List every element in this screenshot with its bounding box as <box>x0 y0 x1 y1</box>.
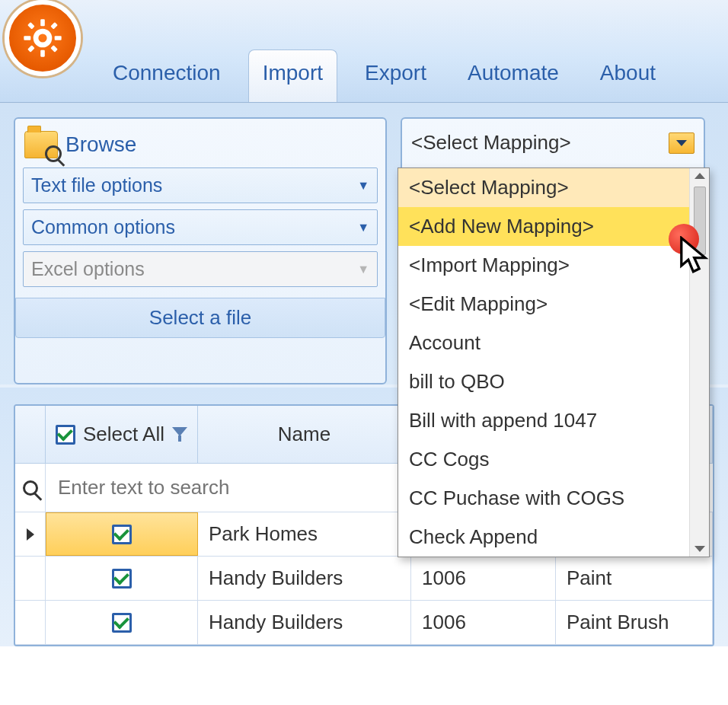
row-indicator-cell <box>15 512 46 556</box>
mapping-option[interactable]: Check Append <box>398 518 709 557</box>
mapping-option[interactable]: <Select Mapping> <box>398 168 709 207</box>
select-all-label: Select All <box>83 423 164 446</box>
row-name-cell: Handy Builders <box>198 601 411 644</box>
svg-rect-6 <box>50 45 58 53</box>
row-number-cell: 1006 <box>411 601 556 644</box>
mapping-dropdown-button[interactable] <box>669 132 694 154</box>
mapping-option[interactable]: Bill with append 1047 <box>398 401 709 440</box>
excel-options-dropdown: Excel options ▼ <box>23 251 378 287</box>
text-file-options-dropdown[interactable]: Text file options ▼ <box>23 167 378 203</box>
svg-rect-7 <box>50 22 58 30</box>
chevron-down-icon: ▼ <box>357 221 369 234</box>
excel-options-label: Excel options <box>31 258 145 280</box>
scroll-thumb[interactable] <box>694 187 706 255</box>
row-indicator-cell <box>15 601 46 644</box>
row-item-cell: Paint <box>556 557 713 600</box>
chevron-down-icon <box>676 140 687 146</box>
mapping-option[interactable]: bill to QBO <box>398 362 709 401</box>
ribbon: Connection Import Export Automate About <box>0 0 728 103</box>
main-tabs: Connection Import Export Automate About <box>99 49 669 102</box>
gear-icon <box>21 17 64 59</box>
current-row-icon <box>27 528 34 541</box>
svg-point-0 <box>36 31 49 45</box>
mapping-select[interactable]: <Select Mapping> <box>411 126 694 162</box>
text-file-options-label: Text file options <box>31 174 162 196</box>
mapping-option[interactable]: <Import Mapping> <box>398 246 709 285</box>
svg-rect-2 <box>40 50 45 57</box>
tool-row: Browse Text file options ▼ Common option… <box>0 103 728 384</box>
mapping-dropdown-list[interactable]: <Select Mapping><Add New Mapping><Import… <box>398 167 710 557</box>
chevron-down-icon: ▼ <box>357 263 369 276</box>
mapping-option[interactable]: Account <box>398 324 709 362</box>
mapping-option[interactable]: <Add New Mapping> <box>398 207 709 246</box>
row-number-cell: 1006 <box>411 557 556 600</box>
row-name-cell: Handy Builders <box>198 557 411 600</box>
tab-connection[interactable]: Connection <box>99 50 235 102</box>
file-panel: Browse Text file options ▼ Common option… <box>14 117 387 384</box>
table-row[interactable]: Handy Builders1006Paint <box>15 557 713 601</box>
svg-rect-4 <box>55 36 62 40</box>
row-indicator-header <box>15 406 46 463</box>
row-indicator-cell <box>15 557 46 600</box>
mapping-panel: <Select Mapping> <Select Mapping><Add Ne… <box>401 117 705 384</box>
row-checkbox-cell[interactable] <box>46 557 198 600</box>
svg-rect-1 <box>40 19 45 26</box>
mapping-option[interactable]: CC Cogs <box>398 440 709 479</box>
tab-automate[interactable]: Automate <box>454 50 573 102</box>
scroll-down-icon[interactable] <box>694 546 705 552</box>
name-header-label: Name <box>278 423 330 446</box>
select-a-file-label: Select a file <box>15 298 385 338</box>
column-header-name[interactable]: Name <box>198 406 411 463</box>
app-gear-icon[interactable] <box>5 0 81 76</box>
row-checkbox-cell[interactable] <box>46 512 198 556</box>
dropdown-scrollbar[interactable] <box>689 168 709 557</box>
mapping-option[interactable]: CC Puchase with COGS <box>398 479 709 518</box>
select-all-checkbox[interactable] <box>56 425 75 445</box>
chevron-down-icon: ▼ <box>357 179 369 193</box>
tab-about[interactable]: About <box>586 50 669 102</box>
tab-import[interactable]: Import <box>248 49 337 102</box>
common-options-dropdown[interactable]: Common options ▼ <box>23 209 378 245</box>
svg-rect-3 <box>24 36 30 40</box>
table-row[interactable]: Handy Builders1006Paint Brush <box>15 601 713 645</box>
search-icon-cell <box>15 464 46 512</box>
row-checkbox[interactable] <box>112 525 132 544</box>
tab-export[interactable]: Export <box>351 50 440 102</box>
svg-rect-8 <box>27 45 35 53</box>
svg-rect-5 <box>27 22 35 30</box>
browse-label: Browse <box>65 132 136 157</box>
row-checkbox[interactable] <box>112 569 132 589</box>
search-icon <box>23 480 38 496</box>
folder-search-icon <box>24 131 58 158</box>
filter-icon[interactable] <box>172 427 187 442</box>
common-options-label: Common options <box>31 216 175 238</box>
mapping-selected-value: <Select Mapping> <box>411 131 571 155</box>
row-checkbox[interactable] <box>112 613 132 633</box>
row-checkbox-cell[interactable] <box>46 601 198 644</box>
browse-button[interactable]: Browse <box>23 125 378 167</box>
mapping-option[interactable]: <Edit Mapping> <box>398 285 709 324</box>
row-name-cell: Park Homes <box>198 512 411 556</box>
scroll-up-icon[interactable] <box>694 173 705 179</box>
row-item-cell: Paint Brush <box>556 601 713 644</box>
select-all-header[interactable]: Select All <box>46 406 198 463</box>
